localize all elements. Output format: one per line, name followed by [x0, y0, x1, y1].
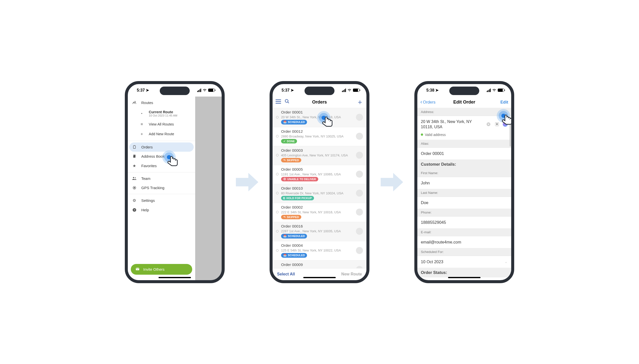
battery-icon	[208, 88, 215, 92]
location-arrow-icon: ➤	[146, 88, 149, 92]
new-route-button[interactable]: New Route	[341, 272, 362, 276]
wifi-icon	[203, 88, 207, 92]
email-value[interactable]: email@route4me.com	[417, 236, 511, 248]
select-radio[interactable]	[276, 230, 279, 232]
order-row[interactable]: Order 00016 2287 1st Ave., New York, NY …	[273, 222, 366, 241]
sidebar-item-address-book[interactable]: Address Book	[128, 152, 195, 161]
dimmed-overlay[interactable]	[195, 96, 222, 280]
scrollbar[interactable]	[510, 124, 511, 146]
sidebar-item-favorites[interactable]: ★ Favorites	[128, 161, 195, 171]
sidebar-item-view-all-routes[interactable]: ≡ View All Routes	[128, 120, 195, 129]
phone-label: Phone:	[417, 208, 511, 216]
clear-icon[interactable]	[486, 122, 491, 127]
avatar[interactable]	[356, 208, 363, 216]
add-icon[interactable]: ＋	[356, 97, 363, 107]
scheduled-value[interactable]: 10 Oct 2023 ⌄	[417, 256, 511, 268]
sidebar-item-gps[interactable]: GPS Tracking	[128, 183, 195, 192]
back-button[interactable]: ‹ Orders	[420, 99, 440, 105]
edit-button[interactable]: Edit	[488, 100, 508, 104]
order-row[interactable]: Order 00001 20 W 34th St., New York, NY …	[273, 108, 366, 127]
order-address: 405 Lexington Ave, New York, NY 10174, U…	[281, 154, 353, 157]
sidebar-item-help[interactable]: ? Help	[128, 205, 195, 214]
avatar[interactable]	[356, 190, 363, 196]
select-radio[interactable]	[276, 173, 279, 176]
signal-icon	[487, 88, 491, 92]
sidebar-item-settings[interactable]: ⚙ Settings	[128, 196, 195, 205]
last-name-label: Last Name:	[417, 189, 511, 197]
select-radio[interactable]	[276, 249, 279, 252]
select-radio[interactable]	[276, 116, 279, 118]
add-new-label: Add New Route	[149, 132, 174, 136]
alias-value[interactable]: Order 00001	[417, 148, 511, 160]
select-radio[interactable]	[276, 192, 279, 194]
current-route-sub: 10 Oct 2023 11:45 AM	[149, 114, 177, 117]
order-title: Order 00001	[281, 110, 353, 114]
scheduled-text: 10 Oct 2023	[421, 260, 443, 264]
invite-icon	[135, 267, 140, 272]
sidebar-item-orders[interactable]: Orders	[129, 142, 194, 152]
flow-arrow	[235, 171, 260, 193]
valid-dot-icon	[421, 134, 423, 136]
select-radio[interactable]	[276, 135, 279, 138]
star-icon: ★	[132, 164, 137, 168]
valid-address-row: Valid address	[417, 133, 511, 140]
order-row[interactable]: Order 00003 405 Lexington Ave, New York,…	[273, 146, 366, 165]
pill-icon: ↷	[283, 159, 286, 162]
hamburger-icon[interactable]	[276, 99, 281, 105]
orders-list[interactable]: Order 00001 20 W 34th St., New York, NY …	[273, 108, 366, 268]
svg-point-1	[133, 177, 134, 178]
form-scroll[interactable]: Address: 20 W 34th St., New York, NY 101…	[417, 108, 511, 280]
gear-icon: ⚙	[132, 198, 137, 203]
home-indicator	[303, 277, 336, 278]
avatar[interactable]	[356, 133, 363, 140]
order-row[interactable]: Order 00005 1191 1st Ave., New York, NY …	[273, 165, 366, 184]
avatar[interactable]	[356, 152, 363, 159]
wifi-icon	[347, 88, 351, 92]
color-chip[interactable]	[503, 122, 508, 127]
pill-icon: ⦿	[283, 178, 286, 181]
invite-label: Invite Others	[143, 267, 165, 272]
flow-arrow	[379, 171, 404, 193]
order-row[interactable]: Order 00010 80 Riverside Dr, New York, N…	[273, 184, 366, 203]
clipboard-icon	[132, 145, 137, 149]
pill-icon: ✓	[283, 140, 286, 143]
last-name-value[interactable]: Doe	[417, 197, 511, 208]
avatar[interactable]	[356, 266, 363, 268]
order-row[interactable]: Order 00004 125 E 54th St, New York, NY …	[273, 241, 366, 260]
map-pin-icon[interactable]	[494, 122, 500, 127]
order-row[interactable]: Order 00009 533 W 47th St, New York, NY …	[273, 260, 366, 268]
order-status-header: Order Status:	[417, 268, 511, 278]
team-label: Team	[141, 176, 151, 181]
invite-others-button[interactable]: Invite Others	[131, 264, 192, 275]
first-name-value[interactable]: John	[417, 177, 511, 189]
status-pill: ⎘HOLD FOR PICKUP	[281, 196, 314, 200]
avatar[interactable]	[356, 114, 363, 121]
sidebar-item-routes[interactable]: Routes	[128, 98, 195, 108]
orders-label: Orders	[141, 145, 153, 149]
sidebar-item-add-route[interactable]: ＋ Add New Route	[128, 129, 195, 139]
avatar[interactable]	[356, 247, 363, 254]
select-radio[interactable]	[276, 211, 279, 213]
pill-icon: ⎘	[283, 196, 285, 200]
sidebar-item-current-route[interactable]: ● Current Route 10 Oct 2023 11:45 AM	[128, 108, 195, 120]
routes-icon	[132, 100, 137, 105]
sidebar-item-team[interactable]: Team	[128, 174, 195, 183]
status-pill: ↷SKIPPED	[281, 215, 301, 219]
help-icon: ?	[132, 208, 137, 212]
search-icon[interactable]	[285, 99, 290, 105]
pill-icon: 📅	[283, 254, 287, 257]
order-row[interactable]: Order 00002 222 E 34th St, New York, NY …	[273, 203, 366, 222]
nav-bar: Orders ＋	[273, 96, 366, 108]
notch	[449, 86, 479, 95]
select-all-button[interactable]: Select All	[277, 272, 295, 276]
sidebar-menu: Routes ● Current Route 10 Oct 2023 11:45…	[128, 96, 195, 280]
phone-value[interactable]: 18885529045	[417, 216, 511, 228]
first-name-label: First Name:	[417, 169, 511, 177]
valid-label: Valid address	[425, 133, 446, 137]
select-radio[interactable]	[276, 154, 279, 156]
order-title: Order 00016	[281, 224, 353, 228]
address-row[interactable]: 20 W 34th St., New York, NY 10118, USA	[417, 116, 511, 133]
avatar[interactable]	[356, 171, 363, 178]
avatar[interactable]	[356, 228, 363, 235]
order-row[interactable]: Order 00012 2880 Broadway, New York, NY …	[273, 127, 366, 146]
